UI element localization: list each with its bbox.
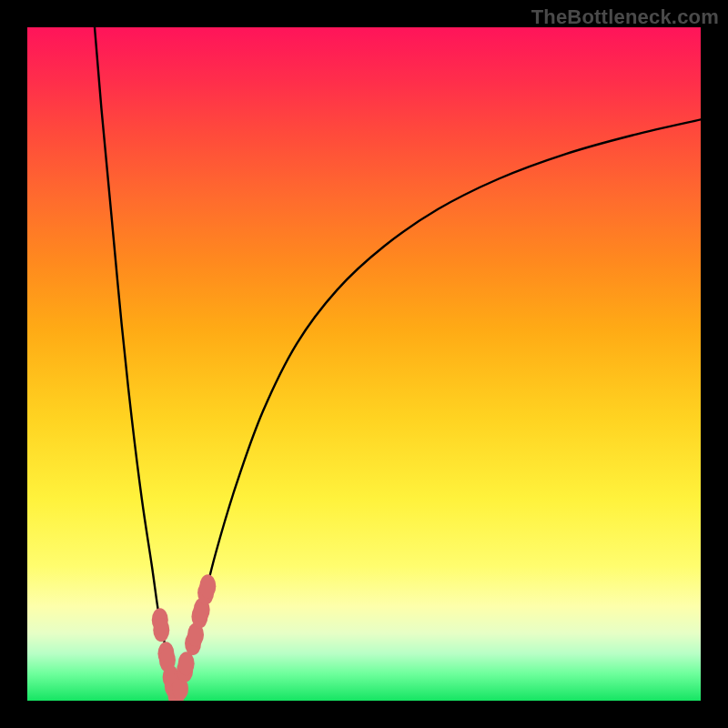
curve-right (178, 119, 701, 698)
marker-dot (199, 574, 216, 598)
marker-group (152, 574, 217, 701)
plot-area (27, 27, 701, 701)
marker-dot (153, 618, 169, 642)
chart-frame: TheBottleneck.com (0, 0, 728, 728)
curve-left (95, 27, 178, 699)
watermark-text: TheBottleneck.com (531, 5, 719, 29)
marker-dot (178, 652, 195, 675)
curve-svg (27, 27, 701, 701)
